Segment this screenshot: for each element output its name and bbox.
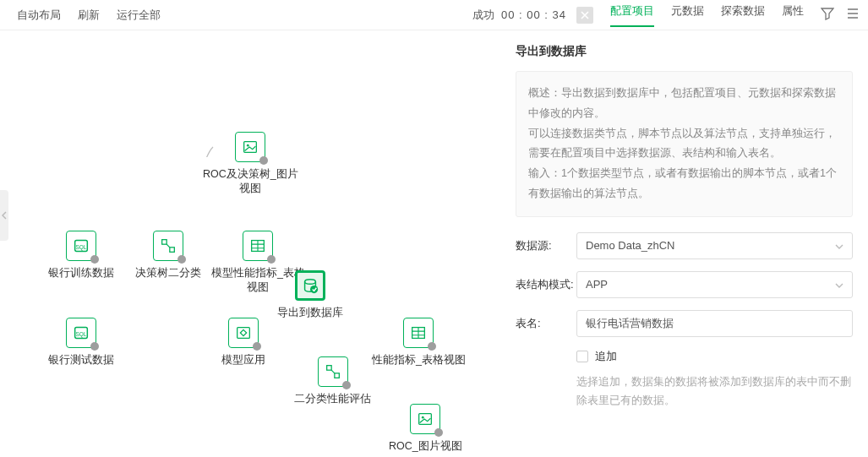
diamond-icon: [234, 324, 253, 342]
svg-text:SQL: SQL: [76, 244, 87, 251]
svg-point-5: [247, 144, 249, 147]
schema-select[interactable]: APP: [576, 271, 853, 298]
append-label: 追加: [595, 349, 617, 364]
table-icon: [409, 324, 428, 342]
schema-label: 表结构模式:: [516, 277, 576, 292]
node-roc-image[interactable]: ROC_图片视图: [389, 404, 462, 454]
svg-rect-3: [170, 248, 175, 253]
chevron-down-icon: [835, 239, 843, 252]
chevron-down-icon: [835, 278, 843, 291]
node-binary-eval[interactable]: 二分类性能评估: [294, 356, 371, 406]
svg-text:SQL: SQL: [76, 331, 87, 338]
topbar: 自动布局 刷新 运行全部 成功 00 : 00 : 34 配置项目 元数据 探索…: [0, 0, 868, 30]
node-model-apply[interactable]: 模型应用: [221, 318, 265, 367]
tab-metadata[interactable]: 元数据: [671, 3, 704, 27]
toolbar-refresh[interactable]: 刷新: [78, 8, 100, 23]
image-icon: [416, 410, 434, 428]
workflow-canvas[interactable]: SQL 银行训练数据 决策树二分类 ROC及决策树_图片 视图 模型性能指标_表…: [0, 30, 500, 457]
svg-point-7: [305, 280, 316, 285]
node-bank-test-data[interactable]: SQL 银行测试数据: [48, 318, 114, 367]
database-icon: [301, 276, 319, 295]
node-decision-tree[interactable]: 决策树二分类: [135, 231, 201, 280]
svg-rect-14: [334, 373, 339, 378]
tab-config[interactable]: 配置项目: [610, 3, 654, 27]
svg-point-8: [310, 286, 318, 293]
toolbar-run-all[interactable]: 运行全部: [117, 8, 161, 23]
tree-icon: [324, 362, 342, 381]
status-label: 成功: [472, 8, 494, 23]
right-panel: 导出到数据库 概述：导出数据到数据库中，包括配置项目、元数据和探索数据中修改的内…: [500, 30, 868, 457]
tab-properties[interactable]: 属性: [782, 3, 804, 27]
datasource-label: 数据源:: [516, 238, 576, 253]
panel-title: 导出到数据库: [516, 44, 853, 59]
table-label: 表名:: [516, 316, 576, 331]
list-icon[interactable]: [846, 7, 860, 23]
node-bank-train-data[interactable]: SQL 银行训练数据: [48, 231, 114, 280]
svg-rect-13: [326, 366, 331, 371]
tree-icon: [159, 237, 177, 255]
table-icon: [248, 237, 267, 255]
image-icon: [241, 138, 259, 156]
node-export-db[interactable]: 导出到数据库: [277, 270, 343, 320]
close-icon[interactable]: [576, 7, 593, 24]
node-perf-table[interactable]: 性能指标_表格视图: [372, 318, 466, 367]
svg-point-16: [422, 416, 424, 419]
datasource-select[interactable]: Demo Data_zhCN: [576, 232, 853, 259]
filter-icon[interactable]: [821, 7, 834, 23]
append-checkbox[interactable]: [576, 351, 588, 362]
sql-icon: SQL: [72, 237, 90, 255]
sql-icon: SQL: [72, 324, 90, 342]
status-time: 00 : 00 : 34: [501, 8, 566, 21]
append-hint: 选择追加，数据集的数据将被添加到数据库的表中而不删除表里已有的数据。: [576, 373, 853, 411]
table-name-input[interactable]: [576, 310, 853, 337]
panel-description: 概述：导出数据到数据库中，包括配置项目、元数据和探索数据中修改的内容。 可以连接…: [516, 71, 853, 217]
tab-explore[interactable]: 探索数据: [721, 3, 765, 27]
toolbar-auto-layout[interactable]: 自动布局: [17, 8, 61, 23]
node-roc-tree-image[interactable]: ROC及决策树_图片 视图: [203, 132, 298, 196]
svg-rect-2: [162, 240, 167, 245]
